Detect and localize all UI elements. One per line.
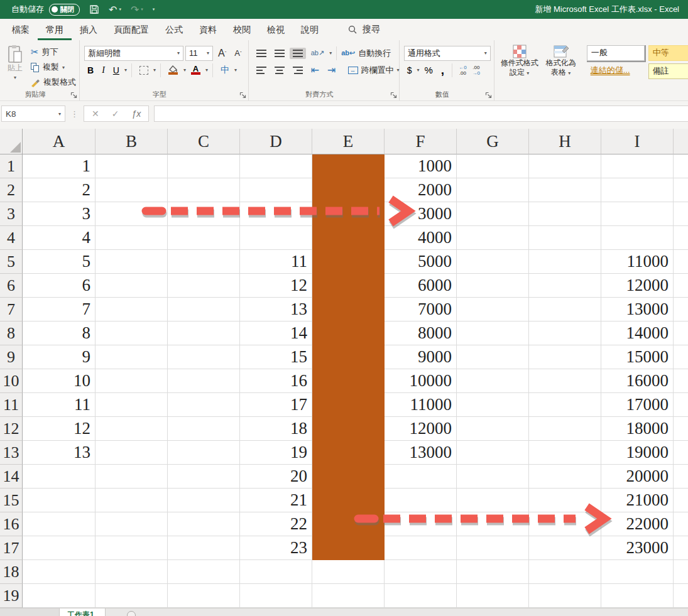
cell-A17[interactable] (23, 536, 96, 560)
row-header-10[interactable]: 10 (0, 369, 23, 393)
cell-style-note[interactable]: 備註 (648, 63, 688, 79)
cell-H17[interactable] (529, 536, 601, 560)
cancel-button[interactable]: ✕ (92, 109, 99, 119)
undo-dropdown[interactable]: ▾ (119, 7, 121, 12)
cell-C5[interactable] (168, 250, 240, 274)
phonetic-button[interactable]: 中 (217, 63, 232, 78)
cell-D3[interactable] (240, 202, 312, 226)
cell-partial-8[interactable] (674, 322, 688, 345)
ribbon-tab-9[interactable]: 說明 (293, 19, 327, 40)
cell-C18[interactable] (168, 560, 240, 584)
cell-D19[interactable] (240, 584, 312, 608)
cell-style-normal[interactable]: 一般 (587, 45, 645, 61)
cell-H19[interactable] (529, 584, 601, 608)
cell-E15[interactable] (312, 489, 385, 512)
format-as-table-button[interactable]: 格式化為 表格 ▾ (540, 45, 582, 89)
format-painter-button[interactable]: 複製格式 (31, 75, 76, 90)
cell-F5[interactable]: 5000 (385, 250, 457, 274)
cell-I2[interactable] (601, 178, 674, 202)
column-header-C[interactable]: C (168, 129, 240, 154)
cell-I19[interactable] (601, 584, 674, 608)
row-header-17[interactable]: 17 (0, 536, 23, 560)
phonetic-dropdown[interactable]: ▾ (234, 67, 237, 73)
column-header-partial[interactable] (674, 129, 688, 154)
cell-partial-3[interactable] (674, 202, 688, 226)
autosave-toggle[interactable]: 關閉 (49, 4, 80, 16)
decrease-decimal-button[interactable]: .00→0 (471, 65, 482, 76)
cell-H1[interactable] (529, 154, 601, 178)
cell-C4[interactable] (168, 226, 240, 250)
enter-button[interactable]: ✓ (112, 109, 119, 119)
cell-G13[interactable] (457, 441, 529, 465)
cell-F2[interactable]: 2000 (385, 178, 457, 202)
cell-partial-9[interactable] (674, 345, 688, 369)
row-header-3[interactable]: 3 (0, 202, 23, 226)
cell-E17[interactable] (312, 536, 385, 560)
cell-B4[interactable] (96, 226, 168, 250)
copy-button[interactable]: 複製 ▾ (31, 60, 76, 75)
increase-decimal-button[interactable]: ←0.00 (457, 65, 468, 76)
row-header-12[interactable]: 12 (0, 417, 23, 441)
column-header-G[interactable]: G (457, 129, 529, 154)
cell-I11[interactable]: 17000 (601, 393, 674, 417)
row-header-16[interactable]: 16 (0, 512, 23, 536)
cell-I9[interactable]: 15000 (601, 345, 674, 369)
cell-G4[interactable] (457, 226, 529, 250)
align-top-button[interactable] (253, 48, 270, 59)
cell-B3[interactable] (96, 202, 168, 226)
cell-E11[interactable] (312, 393, 385, 417)
underline-dropdown[interactable]: ▾ (124, 67, 127, 73)
ribbon-tab-1[interactable]: 檔案 (4, 19, 38, 40)
cell-C14[interactable] (168, 465, 240, 489)
cell-A4[interactable]: 4 (23, 226, 96, 250)
alignment-dialog-launcher[interactable] (390, 92, 397, 99)
cell-G19[interactable] (457, 584, 529, 608)
cell-I5[interactable]: 11000 (601, 250, 674, 274)
cell-G15[interactable] (457, 489, 529, 512)
cell-D6[interactable]: 12 (240, 274, 312, 298)
shrink-font-button[interactable]: Aˇ (231, 46, 244, 60)
cell-F17[interactable] (385, 536, 457, 560)
comma-button[interactable]: , (438, 62, 447, 79)
cell-B2[interactable] (96, 178, 168, 202)
cell-I3[interactable] (601, 202, 674, 226)
cell-G3[interactable] (457, 202, 529, 226)
row-header-14[interactable]: 14 (0, 465, 23, 489)
column-header-B[interactable]: B (96, 129, 168, 154)
font-name-select[interactable]: 新細明體 ▾ (84, 46, 183, 61)
cell-E16[interactable] (312, 512, 385, 536)
cell-A7[interactable]: 7 (23, 298, 96, 322)
cell-partial-17[interactable] (674, 536, 688, 560)
cell-partial-7[interactable] (674, 298, 688, 322)
cell-F16[interactable] (385, 512, 457, 536)
borders-button[interactable] (136, 64, 151, 77)
cell-C9[interactable] (168, 345, 240, 369)
cell-A9[interactable]: 9 (23, 345, 96, 369)
cell-A10[interactable]: 10 (23, 369, 96, 393)
cell-F15[interactable] (385, 489, 457, 512)
number-format-select[interactable]: 通用格式 ▾ (404, 46, 491, 61)
save-button[interactable] (89, 4, 99, 14)
cell-H15[interactable] (529, 489, 601, 512)
cell-A5[interactable]: 5 (23, 250, 96, 274)
cell-G12[interactable] (457, 417, 529, 441)
cell-F6[interactable]: 6000 (385, 274, 457, 298)
cell-F8[interactable]: 8000 (385, 322, 457, 345)
row-header-6[interactable]: 6 (0, 274, 23, 298)
cell-B9[interactable] (96, 345, 168, 369)
cell-G17[interactable] (457, 536, 529, 560)
cell-B16[interactable] (96, 512, 168, 536)
cell-I1[interactable] (601, 154, 674, 178)
orientation-button[interactable]: ab↗ (308, 47, 327, 59)
cell-F12[interactable]: 12000 (385, 417, 457, 441)
column-header-A[interactable]: A (23, 129, 96, 154)
formula-input[interactable] (154, 105, 688, 122)
cell-I18[interactable] (601, 560, 674, 584)
cell-E5[interactable] (312, 250, 385, 274)
copy-dropdown[interactable]: ▾ (62, 65, 65, 70)
cell-F14[interactable] (385, 465, 457, 489)
bold-button[interactable]: B (84, 63, 97, 77)
cell-I12[interactable]: 18000 (601, 417, 674, 441)
cell-F7[interactable]: 7000 (385, 298, 457, 322)
cell-E6[interactable] (312, 274, 385, 298)
